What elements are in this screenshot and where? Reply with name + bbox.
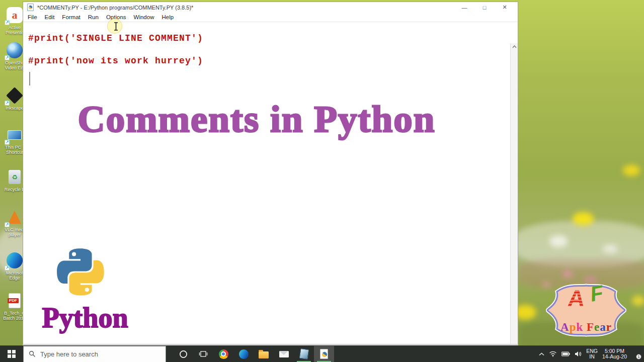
scroll-up-icon[interactable]: [512, 45, 517, 48]
tray-date: 14-Aug-20: [602, 354, 627, 359]
wifi-icon[interactable]: [549, 351, 557, 357]
window-titlebar[interactable]: *COMMENTy.PY - E:/Python programs/COMMEN…: [23, 2, 518, 13]
language-indicator[interactable]: ENG IN: [586, 348, 598, 359]
menu-bar: File Edit Format Run Options Window Help: [23, 13, 518, 22]
chrome-icon: [219, 349, 228, 359]
action-center-button[interactable]: 1: [631, 350, 640, 358]
code-comment-line2: #print('now its work hurrey'): [28, 56, 203, 66]
battery-icon[interactable]: [561, 351, 570, 356]
shortcut-arrow-icon: ↗: [5, 265, 10, 270]
window-title: *COMMENTy.PY - E:/Python programs/COMMEN…: [37, 5, 193, 11]
shortcut-arrow-icon: ↗: [5, 20, 10, 25]
maximize-button[interactable]: □: [474, 2, 495, 13]
minimize-button[interactable]: —: [454, 2, 474, 13]
shortcut-arrow-icon: ↗: [5, 101, 10, 106]
video-title-overlay: Comments in Python: [28, 98, 486, 141]
taskbar-edge[interactable]: [233, 346, 254, 362]
edge-icon: [239, 349, 249, 359]
python-wordmark: Python: [32, 302, 138, 334]
tray-chevron-up-icon[interactable]: [539, 352, 544, 356]
taskbar-chrome[interactable]: [213, 346, 233, 362]
shortcut-arrow-icon: ↗: [5, 222, 10, 227]
taskbar-search[interactable]: [23, 346, 166, 362]
menu-help[interactable]: Help: [162, 14, 174, 20]
task-view-button[interactable]: [193, 346, 213, 362]
menu-format[interactable]: Format: [62, 14, 80, 20]
badge-monogram-a: A: [567, 285, 586, 312]
pdf-file-icon: PDF: [9, 293, 21, 308]
close-button[interactable]: ✕: [495, 2, 515, 13]
taskbar-idle-active[interactable]: [314, 346, 334, 362]
menu-file[interactable]: File: [28, 14, 37, 20]
code-comment-line1: #print('SINGLE LINE COMMENT'): [28, 33, 203, 43]
cortana-button[interactable]: [173, 346, 193, 362]
file-explorer-icon: [259, 351, 269, 358]
python-idle-icon: [320, 349, 328, 359]
taskbar-notes-app[interactable]: [294, 346, 314, 362]
windows-logo-icon: [8, 350, 16, 358]
vlc-icon: [8, 211, 21, 224]
vertical-scrollbar[interactable]: [510, 43, 518, 344]
notification-badge: 1: [636, 354, 641, 359]
volume-icon[interactable]: [575, 351, 582, 357]
taskbar-mail[interactable]: [274, 346, 294, 362]
click-highlight: [107, 19, 122, 34]
mail-icon: [279, 351, 289, 357]
task-view-icon: [199, 350, 208, 357]
cortana-icon: [179, 350, 188, 358]
shortcut-arrow-icon: ↗: [5, 55, 10, 60]
clock[interactable]: 5:00 PM 14-Aug-20: [602, 348, 627, 359]
shortcut-arrow-icon: ↗: [5, 140, 10, 145]
system-tray: ENG IN 5:00 PM 14-Aug-20 1: [539, 348, 644, 359]
apkfear-logo-badge: A F Apk Fear: [546, 280, 626, 341]
taskbar-explorer[interactable]: [254, 346, 274, 362]
menu-run[interactable]: Run: [88, 14, 99, 20]
python-logo-icon: [57, 248, 104, 296]
menu-window[interactable]: Window: [134, 14, 154, 20]
badge-wordmark: Apk Fear: [546, 321, 626, 334]
text-caret: [29, 72, 30, 85]
code-editor[interactable]: #print('SINGLE LINE COMMENT') #print('no…: [23, 23, 518, 344]
search-input[interactable]: [40, 350, 151, 358]
search-icon: [29, 350, 36, 357]
taskbar: ENG IN 5:00 PM 14-Aug-20 1: [0, 345, 644, 362]
ibeam-cursor: [114, 22, 118, 31]
recycle-bin-icon: ♻: [9, 170, 21, 184]
start-button[interactable]: [0, 346, 23, 362]
this-pc-icon: [8, 130, 22, 140]
menu-edit[interactable]: Edit: [45, 14, 55, 20]
python-file-icon: [27, 4, 34, 11]
notes-app-icon: [299, 348, 309, 359]
